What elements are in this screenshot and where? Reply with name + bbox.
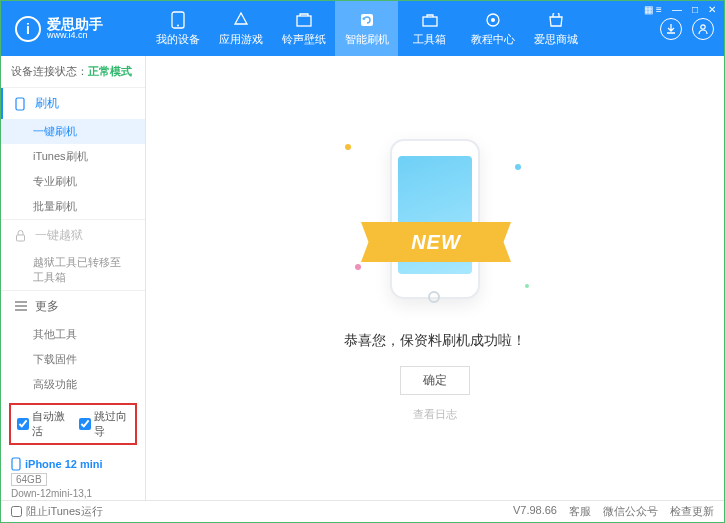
jailbreak-note: 越狱工具已转移至 工具箱 bbox=[1, 251, 145, 290]
svg-point-1 bbox=[177, 24, 179, 26]
sidebar: 设备连接状态：正常模式 刷机 一键刷机 iTunes刷机 专业刷机 批量刷机 一… bbox=[1, 56, 146, 500]
app-name: 爱思助手 bbox=[47, 17, 103, 31]
success-message: 恭喜您，保资料刷机成功啦！ bbox=[344, 332, 526, 350]
app-url: www.i4.cn bbox=[47, 31, 103, 40]
sidebar-group-jailbreak: 一键越狱 bbox=[1, 220, 145, 251]
svg-rect-2 bbox=[297, 16, 311, 26]
nav-toolbox[interactable]: 工具箱 bbox=[398, 1, 461, 56]
tutorial-icon bbox=[483, 11, 503, 29]
svg-rect-8 bbox=[16, 98, 24, 110]
device-icon bbox=[11, 457, 21, 471]
options-highlight: 自动激活 跳过向导 bbox=[9, 403, 137, 445]
nav-flash[interactable]: 智能刷机 bbox=[335, 1, 398, 56]
nav-apps[interactable]: 应用游戏 bbox=[209, 1, 272, 56]
download-button[interactable] bbox=[660, 18, 682, 40]
flash-icon bbox=[357, 11, 377, 29]
footer: 阻止iTunes运行 V7.98.66 客服 微信公众号 检查更新 bbox=[1, 500, 724, 522]
footer-link-update[interactable]: 检查更新 bbox=[670, 504, 714, 519]
wallpaper-icon bbox=[294, 11, 314, 29]
phone-small-icon bbox=[15, 97, 29, 111]
sidebar-item-itunes[interactable]: iTunes刷机 bbox=[1, 144, 145, 169]
toolbox-icon bbox=[420, 11, 440, 29]
success-illustration: NEW bbox=[375, 134, 495, 314]
store-icon bbox=[546, 11, 566, 29]
nav-tutorial[interactable]: 教程中心 bbox=[461, 1, 524, 56]
close-icon[interactable]: ✕ bbox=[704, 3, 720, 16]
sidebar-item-oneclick[interactable]: 一键刷机 bbox=[1, 119, 145, 144]
footer-link-wechat[interactable]: 微信公众号 bbox=[603, 504, 658, 519]
content-area: NEW 恭喜您，保资料刷机成功啦！ 确定 查看日志 bbox=[146, 56, 724, 500]
sidebar-item-other[interactable]: 其他工具 bbox=[1, 322, 145, 347]
svg-rect-10 bbox=[12, 458, 20, 470]
list-icon bbox=[15, 301, 29, 311]
logo: i 爱思助手 www.i4.cn bbox=[1, 16, 146, 42]
window-controls: ▦ ≡ — □ ✕ bbox=[636, 1, 724, 18]
user-button[interactable] bbox=[692, 18, 714, 40]
header-actions bbox=[650, 18, 724, 40]
svg-point-7 bbox=[701, 24, 705, 28]
ok-button[interactable]: 确定 bbox=[400, 366, 470, 395]
sidebar-item-advanced[interactable]: 高级功能 bbox=[1, 372, 145, 397]
svg-rect-4 bbox=[423, 17, 437, 26]
device-info: iPhone 12 mini 64GB Down-12mini-13,1 bbox=[1, 451, 145, 500]
new-ribbon: NEW bbox=[361, 222, 511, 262]
device-name[interactable]: iPhone 12 mini bbox=[11, 457, 135, 471]
phone-icon bbox=[168, 11, 188, 29]
sidebar-group-flash[interactable]: 刷机 bbox=[1, 88, 145, 119]
device-status: 设备连接状态：正常模式 bbox=[1, 56, 145, 87]
view-log-link[interactable]: 查看日志 bbox=[413, 407, 457, 422]
checkbox-block-itunes[interactable]: 阻止iTunes运行 bbox=[11, 504, 103, 519]
top-nav: 我的设备 应用游戏 铃声壁纸 智能刷机 工具箱 教程中心 爱思商城 bbox=[146, 1, 650, 56]
nav-store[interactable]: 爱思商城 bbox=[524, 1, 587, 56]
sidebar-item-pro[interactable]: 专业刷机 bbox=[1, 169, 145, 194]
checkbox-auto-activate[interactable]: 自动激活 bbox=[17, 409, 67, 439]
svg-rect-3 bbox=[361, 14, 373, 26]
maximize-icon[interactable]: □ bbox=[688, 3, 702, 16]
checkbox-skip-guide[interactable]: 跳过向导 bbox=[79, 409, 129, 439]
nav-my-device[interactable]: 我的设备 bbox=[146, 1, 209, 56]
nav-wallpaper[interactable]: 铃声壁纸 bbox=[272, 1, 335, 56]
version-label: V7.98.66 bbox=[513, 504, 557, 519]
header: i 爱思助手 www.i4.cn 我的设备 应用游戏 铃声壁纸 智能刷机 工具箱… bbox=[1, 1, 724, 56]
lock-icon bbox=[15, 230, 29, 242]
apps-icon bbox=[231, 11, 251, 29]
minimize-icon[interactable]: — bbox=[668, 3, 686, 16]
svg-rect-9 bbox=[17, 235, 25, 241]
menu-icon[interactable]: ▦ ≡ bbox=[640, 3, 666, 16]
sidebar-item-download-fw[interactable]: 下载固件 bbox=[1, 347, 145, 372]
sidebar-item-batch[interactable]: 批量刷机 bbox=[1, 194, 145, 219]
svg-point-6 bbox=[491, 18, 495, 22]
logo-icon: i bbox=[15, 16, 41, 42]
footer-link-support[interactable]: 客服 bbox=[569, 504, 591, 519]
sidebar-group-more[interactable]: 更多 bbox=[1, 291, 145, 322]
device-firmware: Down-12mini-13,1 bbox=[11, 488, 135, 499]
device-capacity: 64GB bbox=[11, 473, 47, 486]
